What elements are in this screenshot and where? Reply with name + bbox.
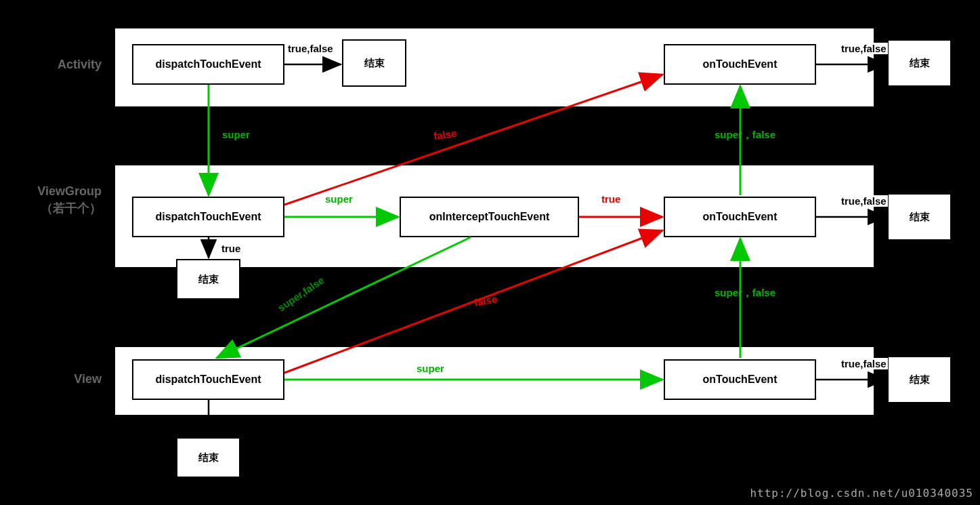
watermark: http://blog.csdn.net/u010340035 bbox=[750, 487, 973, 500]
label-vg-dispatch-false: false bbox=[433, 127, 457, 142]
label-act-super-down: super bbox=[222, 129, 250, 140]
label-vg-ontouch-superfalse: super，false bbox=[715, 129, 775, 142]
label-view-dispatch-super: super bbox=[417, 363, 444, 374]
label-vg-dispatch-super: super bbox=[325, 193, 353, 205]
lane-label-viewgroup-sub: （若干个） bbox=[41, 201, 102, 215]
node-view-ontouch: onTouchEvent bbox=[664, 359, 816, 400]
label-view-ontouch-end: true,false bbox=[840, 358, 888, 369]
node-view-end-small: 结束 bbox=[176, 437, 240, 478]
node-vg-ontouch: onTouchEvent bbox=[664, 197, 816, 237]
label-vg-intercept-true: true bbox=[601, 193, 620, 205]
label-act-dispatch-end: true,false bbox=[286, 43, 335, 54]
label-vg-intercept-superfalse: super,false bbox=[276, 275, 326, 314]
lane-label-activity: Activity bbox=[34, 56, 102, 73]
node-view-end2: 结束 bbox=[887, 356, 952, 403]
label-view-dispatch-false: false bbox=[473, 293, 498, 308]
node-activity-ontouch: onTouchEvent bbox=[664, 44, 816, 85]
node-vg-intercept: onInterceptTouchEvent bbox=[400, 197, 579, 237]
lane-label-view: View bbox=[34, 371, 102, 388]
lane-label-viewgroup-main: ViewGroup bbox=[37, 184, 102, 198]
node-vg-dispatch: dispatchTouchEvent bbox=[132, 197, 284, 237]
node-vg-end2: 结束 bbox=[887, 193, 952, 241]
node-activity-dispatch: dispatchTouchEvent bbox=[132, 44, 284, 85]
node-vg-end-small: 结束 bbox=[176, 259, 240, 300]
label-vg-ontouch-end: true,false bbox=[840, 195, 888, 207]
label-act-ontouch-end: true,false bbox=[840, 43, 888, 54]
label-view-ontouch-superfalse: super，false bbox=[715, 287, 775, 300]
lane-label-viewgroup: ViewGroup （若干个） bbox=[20, 183, 102, 217]
label-vg-dispatch-true: true bbox=[220, 243, 242, 254]
node-view-dispatch: dispatchTouchEvent bbox=[132, 359, 284, 400]
node-activity-end1: 结束 bbox=[342, 39, 406, 87]
node-activity-end2: 结束 bbox=[887, 39, 952, 87]
